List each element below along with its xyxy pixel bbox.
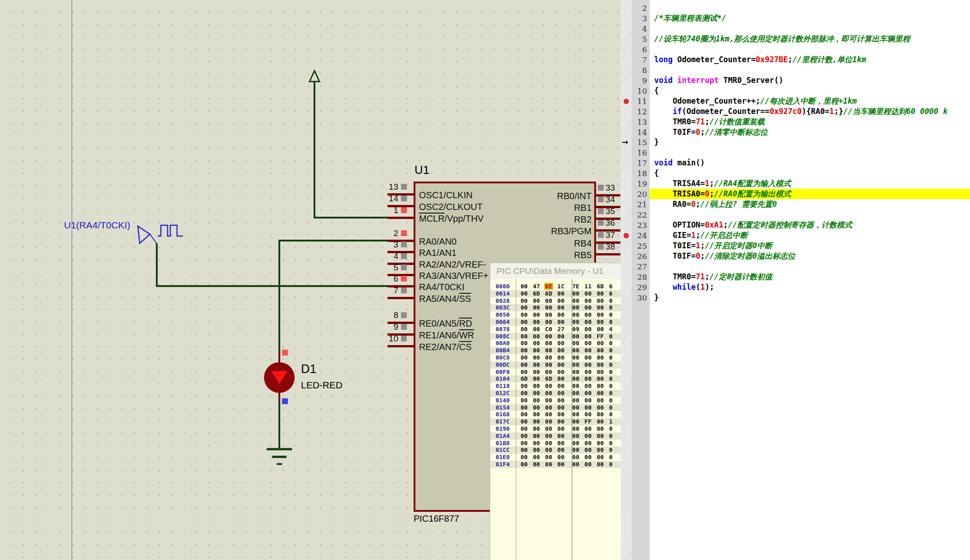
code-line-5[interactable]: //设车轮740圈为1km,那么使用定时器计数外部脉冲，即可计算出车辆里程 bbox=[650, 34, 970, 44]
memory-byte: 00 bbox=[597, 375, 609, 382]
memory-byte: 00 bbox=[557, 319, 569, 326]
memory-byte: 0 bbox=[609, 311, 621, 319]
code-token bbox=[654, 107, 673, 116]
code-token: ; bbox=[710, 179, 714, 188]
code-token: 71 bbox=[696, 272, 705, 281]
code-line-12[interactable]: if(Odometer_Counter==0x927c0){RA0=1;}//当… bbox=[650, 106, 970, 117]
code-line-10[interactable]: { bbox=[650, 86, 970, 96]
code-line-21[interactable]: RA0=0;//弱上拉? 需要先置0 bbox=[650, 199, 970, 209]
code-line-20[interactable]: TRISA0=0;//RA0配置为输出模式 bbox=[650, 189, 970, 199]
memory-byte: 00 bbox=[557, 411, 569, 418]
wire-ra4-clock[interactable] bbox=[157, 243, 388, 286]
pin-label-RA3/AN3/VREF+: RA3/AN3/VREF+ bbox=[419, 271, 488, 281]
clock-probe-icon[interactable] bbox=[138, 226, 150, 243]
memory-byte: 00 bbox=[584, 347, 597, 354]
code-token: OPTION= bbox=[654, 220, 705, 229]
code-token: ; bbox=[788, 55, 792, 64]
line-number: 22 bbox=[632, 210, 647, 219]
memory-byte: 00 bbox=[584, 411, 597, 418]
memory-mid-separator bbox=[572, 279, 572, 560]
code-token: void bbox=[654, 158, 673, 167]
code-token: main() bbox=[673, 158, 705, 167]
code-line-7[interactable]: long Odometer_Counter=0x927BE;//里程计数,单位1… bbox=[650, 55, 970, 65]
memory-byte: 0 bbox=[609, 461, 621, 468]
breakpoint-dot[interactable] bbox=[624, 233, 629, 238]
code-line-17[interactable]: void main() bbox=[650, 158, 970, 168]
line-number: 23 bbox=[632, 221, 647, 230]
memory-byte: 00 bbox=[597, 369, 609, 376]
led-ref-label: D1 bbox=[301, 362, 317, 376]
code-token: void bbox=[654, 76, 673, 85]
code-token: TMR0= bbox=[654, 117, 696, 126]
code-line-16[interactable] bbox=[650, 147, 970, 158]
memory-byte: 00 bbox=[597, 418, 609, 425]
memory-byte: 00 bbox=[557, 390, 569, 397]
code-line-22[interactable] bbox=[650, 209, 970, 220]
code-token: 1 bbox=[691, 231, 696, 240]
memory-byte: 00 bbox=[597, 297, 609, 305]
code-line-8[interactable] bbox=[650, 65, 970, 75]
memory-byte: 00 bbox=[597, 446, 609, 454]
code-line-6[interactable] bbox=[650, 44, 970, 55]
pin-label-OSC1/CLKIN: OSC1/CLKIN bbox=[419, 190, 473, 200]
code-line-15[interactable]: } bbox=[650, 137, 970, 147]
data-memory-window-title[interactable]: PIC CPU\Data Memory - U1 bbox=[490, 263, 621, 279]
memory-byte: 00 bbox=[584, 375, 597, 382]
memory-byte: 6 bbox=[609, 290, 621, 297]
code-line-25[interactable]: T0IE=1;//开启定时器0中断 bbox=[650, 241, 970, 251]
memory-byte: 00 bbox=[520, 354, 533, 361]
memory-byte: 00 bbox=[520, 304, 533, 311]
memory-byte: 0 bbox=[609, 319, 621, 326]
code-token: interrupt bbox=[677, 76, 719, 85]
code-line-27[interactable] bbox=[650, 261, 970, 272]
code-token: //RA0配置为输出模式 bbox=[714, 189, 791, 198]
memory-byte: 00 bbox=[584, 397, 597, 404]
memory-row-0000: 000000476E1C7E116D6 bbox=[490, 283, 621, 290]
memory-byte: 00 bbox=[597, 354, 609, 361]
code-token: ); bbox=[705, 282, 714, 291]
wire-ra0-led[interactable] bbox=[279, 241, 388, 353]
code-line-18[interactable]: { bbox=[650, 168, 970, 178]
code-line-2[interactable] bbox=[650, 3, 970, 13]
memory-byte: 00 bbox=[597, 361, 609, 369]
memory-byte: 00 bbox=[584, 440, 597, 447]
code-line-11[interactable]: Odometer_Counter++;//每次进入中断，里程+1km bbox=[650, 96, 970, 106]
memory-byte: 00 bbox=[545, 382, 557, 390]
code-token: GIE= bbox=[654, 231, 691, 240]
code-line-24[interactable]: GIE=1;//开启总中断 bbox=[650, 230, 970, 241]
code-line-23[interactable]: OPTION=0xA1;//配置定时器控制寄存器，计数模式 bbox=[650, 220, 970, 230]
memory-byte: 00 bbox=[557, 425, 569, 433]
code-line-9[interactable]: void interrupt TMR0_Server() bbox=[650, 75, 970, 86]
code-token: } bbox=[654, 137, 659, 146]
power-arrow-icon[interactable] bbox=[310, 71, 319, 82]
pin-label-RB0/INT: RB0/INT bbox=[479, 191, 592, 201]
code-line-26[interactable]: T0IF=0;//清除定时器0溢出标志位 bbox=[650, 251, 970, 261]
memory-byte: 00 bbox=[557, 418, 569, 425]
code-line-14[interactable]: T0IF=0;//清零中断标志位 bbox=[650, 127, 970, 137]
code-line-29[interactable]: while(1); bbox=[650, 282, 970, 292]
code-line-30[interactable]: } bbox=[650, 292, 970, 303]
memory-byte: 00 bbox=[572, 404, 584, 411]
memory-byte: 00 bbox=[533, 425, 545, 433]
memory-byte: 00 bbox=[597, 461, 609, 468]
memory-byte: 00 bbox=[545, 361, 557, 369]
breakpoint-gutter[interactable] bbox=[621, 0, 632, 560]
memory-byte: 00 bbox=[520, 433, 533, 440]
code-line-28[interactable]: TMR0=71;//定时器计数初值 bbox=[650, 272, 970, 282]
code-line-4[interactable] bbox=[650, 23, 970, 34]
code-line-19[interactable]: TRISA4=1;//RA4配置为输入模式 bbox=[650, 178, 970, 189]
memory-byte: 00 bbox=[545, 297, 557, 305]
pin-stub-1 bbox=[387, 217, 414, 219]
breakpoint-dot[interactable] bbox=[624, 99, 629, 104]
code-token: //计数值重装载 bbox=[710, 117, 765, 126]
memory-byte: 00 bbox=[533, 446, 545, 454]
memory-byte: 00 bbox=[545, 347, 557, 354]
code-token: T0IF= bbox=[654, 251, 696, 260]
line-number: 18 bbox=[632, 169, 647, 178]
code-line-3[interactable]: /*车辆里程表测试*/ bbox=[650, 13, 970, 23]
code-line-13[interactable]: TMR0=71;//计数值重装载 bbox=[650, 117, 970, 127]
pin-state-indicator-9 bbox=[401, 324, 407, 330]
pin-label-RE1/AN6/WR: RE1/AN6/WR bbox=[419, 330, 474, 341]
clock-probe-label[interactable]: U1(RA4/T0CKI) bbox=[64, 220, 130, 231]
code-token: //清除定时器0溢出标志位 bbox=[705, 251, 796, 260]
